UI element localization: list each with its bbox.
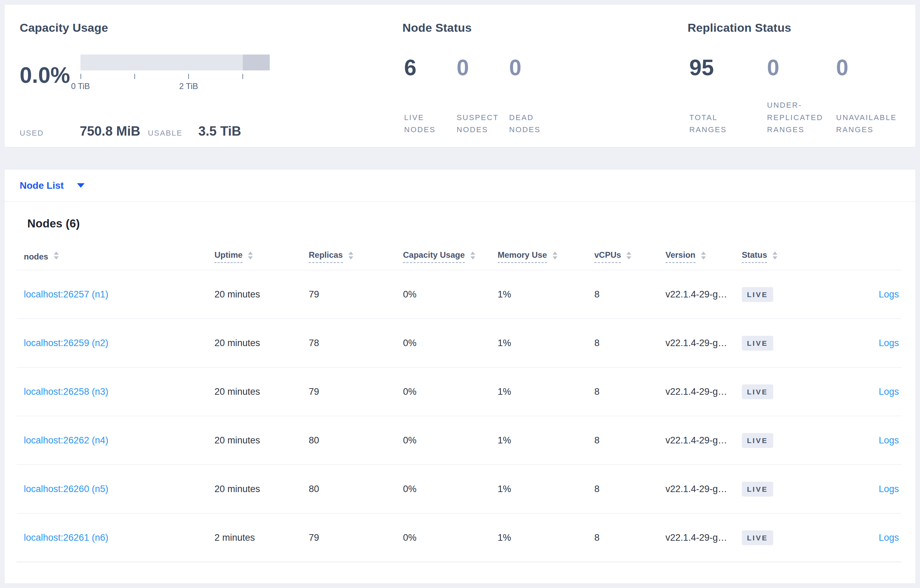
- status-badge: LIVE: [742, 287, 773, 302]
- column-header-status[interactable]: Status: [742, 250, 802, 263]
- sort-icon: [701, 252, 706, 260]
- replication-metric: 0UNAVAILABLE RANGES: [834, 57, 915, 136]
- status-badge: LIVE: [742, 530, 773, 545]
- capacity-cell: 0%: [403, 289, 498, 300]
- status-cell: LIVE: [742, 287, 802, 302]
- status-cell: LIVE: [742, 530, 802, 545]
- status-cell: LIVE: [742, 482, 802, 497]
- logs-link-cell: Logs: [802, 435, 902, 446]
- replication-label: TOTAL RANGES: [689, 111, 739, 136]
- column-header-vcpus[interactable]: vCPUs: [594, 250, 666, 263]
- replicas-cell: 79: [309, 289, 403, 300]
- status-cell: LIVE: [742, 433, 802, 448]
- version-cell: v22.1.4-29-g…: [666, 386, 742, 397]
- replication-label: UNDER-REPLICATED RANGES: [767, 99, 833, 136]
- sort-icon: [627, 252, 631, 260]
- table-body: localhost:26257 (n1)20 minutes790%1%8v22…: [5, 270, 915, 562]
- uptime-cell: 20 minutes: [214, 435, 309, 446]
- axis-tick-mark: [243, 74, 243, 79]
- sort-icon: [552, 252, 557, 260]
- column-header-memory-use[interactable]: Memory Use: [498, 250, 594, 263]
- sort-icon: [248, 252, 253, 260]
- vcpus-cell: 8: [594, 435, 666, 446]
- sort-icon: [54, 252, 59, 260]
- logs-link[interactable]: Logs: [879, 532, 899, 543]
- replicas-cell: 79: [309, 532, 403, 543]
- node-link[interactable]: localhost:26257 (n1): [24, 289, 109, 299]
- capacity-stats: USED 750.8 MiB USABLE 3.5 TiB: [20, 124, 241, 139]
- logs-link-cell: Logs: [802, 386, 902, 397]
- node-link-cell: localhost:26257 (n1): [16, 289, 214, 300]
- column-header-label: Replicas: [309, 250, 343, 263]
- logs-link[interactable]: Logs: [879, 289, 899, 299]
- node-link[interactable]: localhost:26262 (n4): [24, 435, 109, 446]
- column-header-nodes[interactable]: nodes: [16, 252, 214, 262]
- memory-cell: 1%: [498, 532, 594, 543]
- logs-link-cell: Logs: [802, 289, 902, 300]
- column-header-label: Uptime: [214, 250, 243, 263]
- replicas-cell: 80: [309, 435, 403, 446]
- node-link-cell: localhost:26260 (n5): [16, 484, 214, 494]
- version-cell: v22.1.4-29-g…: [666, 532, 742, 543]
- replication-metric: 0UNDER-REPLICATED RANGES: [765, 57, 834, 136]
- node-link-cell: localhost:26259 (n2): [16, 338, 214, 349]
- version-cell: v22.1.4-29-g…: [666, 484, 742, 494]
- logs-link-cell: Logs: [802, 484, 902, 494]
- uptime-cell: 20 minutes: [214, 386, 309, 397]
- axis-tick-mark: [134, 74, 135, 79]
- node-link[interactable]: localhost:26259 (n2): [24, 338, 109, 348]
- column-header-label: Status: [742, 250, 767, 263]
- axis-tick-mark: [81, 74, 81, 79]
- status-badge: LIVE: [742, 482, 773, 497]
- capacity-used-percent: 0.0%: [20, 64, 76, 86]
- column-header-label: nodes: [24, 252, 49, 262]
- vcpus-cell: 8: [594, 386, 666, 397]
- column-header-label: Version: [666, 250, 695, 263]
- capacity-cell: 0%: [403, 484, 498, 494]
- logs-link[interactable]: Logs: [879, 435, 899, 446]
- capacity-cell: 0%: [403, 435, 498, 446]
- status-cell: LIVE: [742, 384, 802, 399]
- view-selector-bar[interactable]: Node List: [5, 170, 915, 202]
- capacity-cell: 0%: [403, 532, 498, 543]
- status-badge: LIVE: [742, 433, 773, 448]
- uptime-cell: 2 minutes: [214, 532, 309, 543]
- chevron-down-icon: [77, 183, 84, 188]
- node-list-dropdown[interactable]: Node List: [20, 180, 64, 191]
- table-row: localhost:26262 (n4)20 minutes800%1%8v22…: [16, 416, 902, 465]
- node-link[interactable]: localhost:26258 (n3): [24, 386, 109, 397]
- usable-label: USABLE: [148, 129, 182, 138]
- capacity-gauge: 0.0% 0 TiB2 TiB: [20, 55, 402, 96]
- logs-link[interactable]: Logs: [879, 386, 899, 397]
- node-status-metrics: 6LIVE NODES0SUSPECT NODES0DEAD NODES: [402, 57, 688, 136]
- node-status-title: Node Status: [402, 21, 688, 34]
- column-header-uptime[interactable]: Uptime: [214, 250, 309, 263]
- logs-link[interactable]: Logs: [879, 338, 899, 348]
- column-header-version[interactable]: Version: [666, 250, 742, 263]
- capacity-bar-axis: 0 TiB2 TiB: [81, 55, 270, 96]
- axis-tick-label: 2 TiB: [179, 81, 198, 91]
- nodes-count-title: Nodes (6): [27, 217, 915, 230]
- vcpus-cell: 8: [594, 338, 666, 349]
- column-header-replicas[interactable]: Replicas: [309, 250, 403, 263]
- replication-value: 0: [836, 57, 915, 79]
- table-row: localhost:26261 (n6)2 minutes790%1%8v22.…: [16, 514, 902, 562]
- logs-link[interactable]: Logs: [879, 484, 899, 494]
- vcpus-cell: 8: [594, 289, 666, 300]
- node-status-section: Node Status 6LIVE NODES0SUSPECT NODES0DE…: [402, 5, 688, 147]
- node-status-metric: 6LIVE NODES: [402, 57, 455, 136]
- column-header-capacity-usage[interactable]: Capacity Usage: [403, 250, 498, 263]
- used-label: USED: [20, 129, 44, 138]
- node-link[interactable]: localhost:26261 (n6): [24, 532, 109, 543]
- usable-value: 3.5 TiB: [198, 124, 241, 139]
- node-link-cell: localhost:26262 (n4): [16, 435, 214, 446]
- sort-icon: [773, 252, 777, 260]
- node-link[interactable]: localhost:26260 (n5): [24, 484, 109, 494]
- node-list-panel: Node List Nodes (6) nodesUptimeReplicasC…: [4, 169, 916, 584]
- cluster-overview-page: Capacity Usage 0.0% 0 TiB2 TiB USED 750.…: [0, 0, 920, 588]
- replication-value: 0: [767, 57, 834, 79]
- table-row: localhost:26257 (n1)20 minutes790%1%8v22…: [16, 270, 902, 319]
- memory-cell: 1%: [498, 484, 594, 494]
- replication-label: UNAVAILABLE RANGES: [836, 111, 913, 136]
- column-header-label: Memory Use: [498, 250, 547, 263]
